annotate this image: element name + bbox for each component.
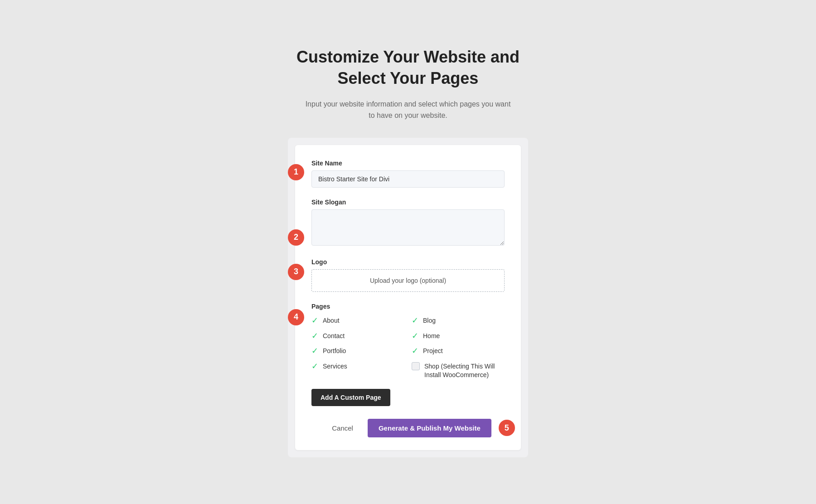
page-item-portfolio[interactable]: ✓ Portfolio (311, 347, 404, 356)
card-footer: Cancel Generate & Publish My Website 5 (311, 417, 505, 437)
cancel-button[interactable]: Cancel (325, 420, 360, 436)
page-item-about[interactable]: ✓ About (311, 316, 404, 325)
checkbox-home[interactable]: ✓ (412, 332, 418, 340)
logo-group: 3 Logo Upload your logo (optional) (311, 258, 505, 292)
site-slogan-group: 2 Site Slogan (311, 199, 505, 247)
page-item-services[interactable]: ✓ Services (311, 362, 404, 380)
page-label-contact: Contact (323, 332, 345, 341)
page-label-about: About (323, 316, 340, 325)
logo-upload-button[interactable]: Upload your logo (optional) (311, 269, 505, 292)
page-label-project: Project (423, 347, 443, 356)
step-1-bubble: 1 (288, 164, 304, 180)
step-2-bubble: 2 (288, 229, 304, 246)
page-label-shop: Shop (Selecting This Will Install WooCom… (424, 362, 505, 380)
site-slogan-label: Site Slogan (311, 199, 505, 206)
page-label-portfolio: Portfolio (323, 347, 346, 356)
form-card: 1 Site Name 2 Site Slogan 3 Logo Upload … (295, 145, 521, 450)
logo-label: Logo (311, 258, 505, 266)
page-subtitle: Input your website information and selec… (304, 98, 512, 121)
page-title: Customize Your Website and Select Your P… (296, 47, 520, 89)
step-3-bubble: 3 (288, 264, 304, 280)
card-outer: 1 Site Name 2 Site Slogan 3 Logo Upload … (288, 138, 528, 457)
page-item-blog[interactable]: ✓ Blog (412, 316, 505, 325)
site-name-group: 1 Site Name (311, 160, 505, 188)
page-wrapper: Customize Your Website and Select Your P… (0, 29, 816, 475)
checkbox-about[interactable]: ✓ (311, 316, 318, 325)
page-item-shop[interactable]: Shop (Selecting This Will Install WooCom… (412, 362, 505, 380)
checkbox-project[interactable]: ✓ (412, 347, 418, 355)
page-item-home[interactable]: ✓ Home (412, 332, 505, 341)
page-label-services: Services (323, 362, 347, 371)
checkbox-contact[interactable]: ✓ (311, 332, 318, 340)
checkbox-blog[interactable]: ✓ (412, 316, 418, 325)
site-name-label: Site Name (311, 160, 505, 167)
page-item-project[interactable]: ✓ Project (412, 347, 505, 356)
checkbox-services[interactable]: ✓ (311, 362, 318, 370)
add-custom-page-button[interactable]: Add A Custom Page (311, 389, 390, 406)
site-name-input[interactable] (311, 170, 505, 188)
page-item-contact[interactable]: ✓ Contact (311, 332, 404, 341)
pages-label: Pages (311, 303, 505, 310)
step-5-bubble: 5 (499, 420, 515, 436)
generate-wrapper: Generate & Publish My Website 5 (368, 419, 491, 437)
pages-section: 4 Pages ✓ About ✓ Blog ✓ (311, 303, 505, 380)
page-label-home: Home (423, 332, 440, 341)
page-label-blog: Blog (423, 316, 436, 325)
generate-publish-button[interactable]: Generate & Publish My Website (368, 419, 491, 437)
site-slogan-input[interactable] (311, 209, 505, 246)
checkbox-portfolio[interactable]: ✓ (311, 347, 318, 355)
pages-grid: ✓ About ✓ Blog ✓ Contact ✓ (311, 316, 505, 380)
step-4-bubble: 4 (288, 309, 304, 325)
checkbox-shop[interactable] (412, 362, 420, 370)
